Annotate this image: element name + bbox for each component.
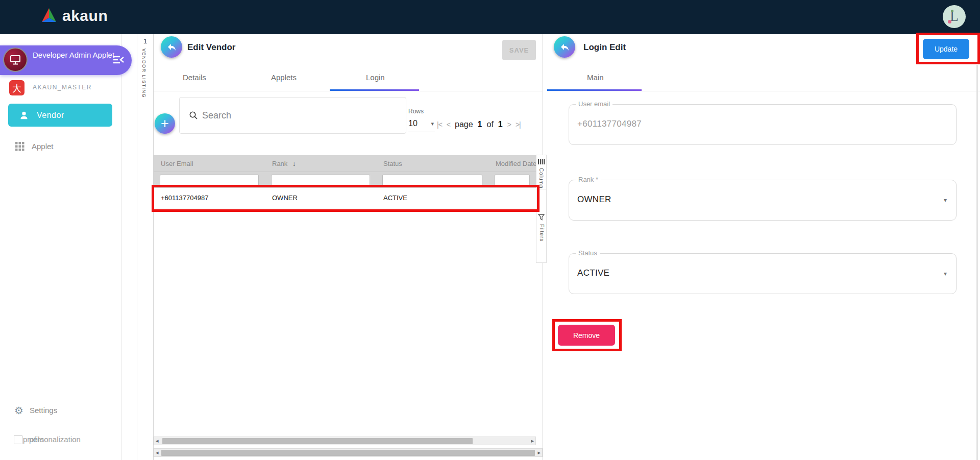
rows-label: Rows	[408, 108, 424, 115]
filter-funnel-icon	[538, 214, 545, 221]
user-email-field: User email +601137704987	[569, 104, 957, 145]
akaun-logo-icon	[40, 8, 58, 24]
edit-vendor-title: Edit Vendor	[187, 42, 235, 53]
scroll-left-icon[interactable]: ◂	[156, 438, 159, 444]
logo-text: akaun	[62, 7, 108, 25]
columns-tool[interactable]: Columns	[536, 155, 547, 189]
applet-header-title: Developer Admin Applet	[33, 50, 116, 60]
monitor-icon	[3, 47, 28, 72]
panel-horizontal-scrollbar[interactable]: ◂ ▸	[154, 448, 543, 457]
scrollbar-thumb[interactable]	[161, 450, 535, 456]
vendor-label: Vendor	[37, 111, 64, 120]
update-button[interactable]: Update	[923, 39, 969, 59]
rank-value: OWNER	[577, 195, 611, 205]
filters-tool[interactable]: Filters	[536, 189, 547, 263]
login-edit-back-button[interactable]	[554, 36, 575, 58]
filter-input-user-email[interactable]	[160, 175, 259, 186]
search-box	[179, 97, 406, 134]
sidebar-item-akaun-master[interactable]: 大 AKAUN_MASTER	[0, 79, 121, 100]
cell-rank: OWNER	[265, 194, 376, 202]
rank-label: Rank *	[576, 176, 601, 183]
sidebar-item-vendor[interactable]: Vendor	[8, 104, 112, 127]
cell-status: ACTIVE	[376, 194, 488, 202]
last-page-button[interactable]: >|	[516, 120, 521, 129]
sidebar-item-applet[interactable]: Applet	[0, 138, 121, 155]
add-login-button[interactable]: +	[155, 113, 175, 134]
remove-button[interactable]: Remove	[558, 325, 615, 346]
first-page-button[interactable]: |<	[437, 120, 442, 129]
tab-details[interactable]: Details	[183, 73, 206, 82]
vendor-listing-tab[interactable]: 1 VENDOR LISTING	[137, 34, 154, 460]
chevron-down-icon[interactable]: ▾	[944, 270, 947, 277]
scrollbar-thumb[interactable]	[162, 438, 473, 444]
save-button[interactable]: SAVE	[502, 40, 536, 60]
chevron-down-icon[interactable]: ▾	[944, 197, 947, 204]
prev-page-button[interactable]: <	[447, 120, 450, 129]
total-pages: 1	[498, 120, 503, 129]
akaun-logo: akaun	[40, 7, 108, 25]
table-row[interactable]: +601137704987 OWNER ACTIVE	[154, 188, 536, 208]
of-word: of	[487, 120, 494, 129]
filters-label: Filters	[539, 224, 545, 241]
rows-per-page-select[interactable]: 10 ▾	[408, 119, 435, 132]
login-table: User Email Rank ↓ Status Modified Date +…	[154, 155, 536, 208]
table-horizontal-scrollbar[interactable]: ◂ ▸	[154, 437, 536, 445]
column-header-rank[interactable]: Rank ↓	[265, 160, 376, 167]
page-word: page	[455, 120, 473, 129]
table-header-row: User Email Rank ↓ Status Modified Date	[154, 155, 536, 172]
akaun-master-icon: 大	[9, 80, 24, 95]
left-header-divider	[154, 91, 543, 91]
login-edit-title: Login Edit	[583, 42, 626, 53]
table-filter-row	[154, 172, 536, 188]
tab-login[interactable]: Login	[366, 73, 385, 82]
applet-label: Applet	[32, 142, 54, 151]
user-email-label: User email	[576, 100, 612, 108]
scroll-right-icon[interactable]: ▸	[531, 438, 534, 444]
avatar-leaf-icon	[951, 10, 953, 12]
listing-tab-label: VENDOR LISTING	[141, 49, 146, 98]
user-email-value: +601137704987	[577, 119, 642, 129]
akaun-master-label: AKAUN_MASTER	[33, 84, 92, 91]
gear-icon: ⚙	[14, 404, 23, 417]
back-arrow-icon	[559, 42, 570, 52]
columns-label: Columns	[538, 168, 544, 191]
top-navbar: akaun L	[0, 0, 980, 34]
filter-input-modified-date[interactable]	[495, 175, 530, 186]
filter-input-rank[interactable]	[271, 175, 370, 186]
applet-header-pill: Developer Admin Applet	[0, 45, 132, 75]
grid-icon	[15, 142, 24, 151]
profile-checkbox[interactable]	[14, 435, 22, 444]
app-sidebar: Developer Admin Applet 大 AKAUN_MASTER Ve…	[0, 34, 121, 460]
plus-icon: +	[161, 116, 169, 132]
chevron-down-icon: ▾	[431, 120, 434, 127]
scroll-left-icon[interactable]: ◂	[156, 449, 159, 456]
rank-select-field[interactable]: Rank * OWNER ▾	[569, 180, 957, 221]
pagination: |< < page 1 of 1 > >|	[437, 120, 543, 129]
settings-label: Settings	[30, 406, 57, 415]
edit-vendor-back-button[interactable]	[161, 36, 182, 58]
sidebar-item-settings[interactable]: ⚙ Settings	[0, 404, 121, 419]
sidebar-collapse-icon[interactable]	[112, 55, 125, 67]
status-label: Status	[576, 249, 600, 257]
tab-applets[interactable]: Applets	[271, 73, 297, 82]
columns-icon	[537, 158, 545, 165]
right-panel-scrollbar[interactable]	[976, 65, 978, 460]
sort-desc-icon: ↓	[292, 160, 296, 167]
status-value: ACTIVE	[577, 268, 609, 278]
tab-main[interactable]: Main	[587, 73, 604, 82]
personalization-label[interactable]: personalization	[29, 435, 81, 444]
edit-vendor-panel: Edit Vendor SAVE Details Applets Login +…	[154, 34, 543, 460]
filter-input-status[interactable]	[382, 175, 482, 186]
scroll-right-icon[interactable]: ▸	[537, 449, 541, 456]
next-page-button[interactable]: >	[507, 120, 511, 129]
column-header-status[interactable]: Status	[376, 160, 488, 167]
user-avatar[interactable]: L	[943, 5, 966, 28]
column-header-user-email[interactable]: User Email	[154, 160, 265, 167]
column-header-modified-date[interactable]: Modified Date	[488, 160, 536, 167]
search-input[interactable]	[202, 110, 386, 121]
rows-value: 10	[408, 119, 418, 128]
status-select-field[interactable]: Status ACTIVE ▾	[569, 253, 957, 294]
search-icon	[189, 111, 198, 120]
back-arrow-icon	[166, 42, 177, 52]
current-page: 1	[478, 120, 482, 129]
